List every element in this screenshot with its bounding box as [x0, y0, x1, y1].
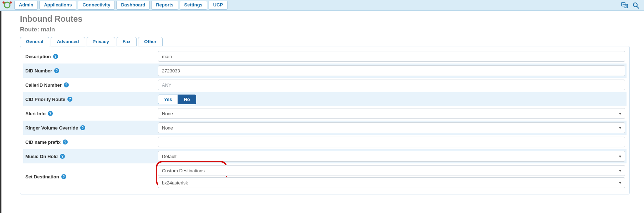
page-title: Inbound Routes — [20, 14, 644, 24]
label-did-number: DID Number ? — [23, 64, 158, 78]
language-icon[interactable]: A文 — [621, 2, 628, 9]
row-did-number: DID Number ? — [23, 64, 627, 78]
help-icon[interactable]: ? — [48, 111, 53, 116]
nav-applications[interactable]: Applications — [39, 1, 76, 10]
tab-general[interactable]: General — [20, 37, 49, 46]
label-cid-priority: CID Priority Route ? — [23, 92, 158, 106]
nav-right: A文 — [621, 2, 642, 9]
help-icon[interactable]: ? — [63, 140, 68, 144]
callerid-input[interactable] — [158, 80, 625, 90]
cid-priority-yes[interactable]: Yes — [158, 95, 178, 104]
nav-reports[interactable]: Reports — [151, 1, 178, 10]
row-description: Description ? — [23, 49, 627, 64]
alert-info-value: None — [162, 111, 173, 116]
label-cid-priority-text: CID Priority Route — [25, 97, 65, 102]
ringer-volume-select[interactable]: None ▼ — [158, 122, 625, 133]
chevron-down-icon: ▼ — [618, 181, 622, 185]
cid-prefix-input[interactable] — [158, 137, 625, 147]
help-icon[interactable]: ? — [64, 82, 69, 87]
chevron-down-icon: ▼ — [618, 154, 622, 158]
chevron-down-icon: ▼ — [618, 112, 622, 116]
help-icon[interactable]: ? — [60, 154, 65, 159]
label-ringer-volume: Ringer Volume Override ? — [23, 121, 158, 135]
ringer-volume-value: None — [162, 125, 173, 131]
destination-target-select[interactable]: bx24asterisk ▼ — [158, 177, 625, 188]
top-navbar: Admin Applications Connectivity Dashboar… — [0, 0, 644, 11]
row-cid-prefix: CID name prefix ? — [23, 135, 627, 149]
nav-left: Admin Applications Connectivity Dashboar… — [1, 1, 228, 10]
label-callerid: CallerID Number ? — [23, 78, 158, 92]
chevron-down-icon: ▼ — [618, 126, 622, 130]
svg-point-0 — [4, 2, 10, 8]
label-destination: Set Destination ? — [23, 163, 158, 190]
alert-info-select[interactable]: None ▼ — [158, 108, 625, 119]
row-destination: Set Destination ? Custom Destinations ▼ … — [23, 163, 627, 190]
label-description: Description ? — [23, 49, 158, 64]
nav-connectivity[interactable]: Connectivity — [78, 1, 115, 10]
help-icon[interactable]: ? — [67, 97, 72, 102]
help-icon[interactable]: ? — [61, 174, 66, 179]
svg-text:A: A — [622, 3, 624, 6]
cid-priority-no[interactable]: No — [178, 95, 196, 104]
nav-admin[interactable]: Admin — [14, 1, 38, 10]
svg-point-1 — [2, 1, 5, 4]
nav-ucp[interactable]: UCP — [209, 1, 228, 10]
row-callerid: CallerID Number ? — [23, 78, 627, 92]
destination-category-value: Custom Destinations — [162, 168, 205, 173]
tab-advanced[interactable]: Advanced — [51, 37, 85, 46]
app-logo-icon — [1, 1, 13, 9]
tab-other[interactable]: Other — [138, 37, 163, 46]
help-icon[interactable]: ? — [54, 68, 59, 73]
label-description-text: Description — [25, 54, 51, 59]
label-ringer-volume-text: Ringer Volume Override — [25, 125, 78, 131]
label-moh: Music On Hold ? — [23, 149, 158, 163]
chevron-down-icon: ▼ — [618, 169, 622, 173]
svg-text:文: 文 — [625, 5, 628, 7]
tab-privacy[interactable]: Privacy — [87, 37, 115, 46]
row-cid-priority: CID Priority Route ? Yes No — [23, 92, 627, 106]
row-alert-info: Alert Info ? None ▼ — [23, 106, 627, 121]
moh-value: Default — [162, 154, 177, 159]
label-cid-prefix: CID name prefix ? — [23, 135, 158, 149]
svg-point-2 — [10, 1, 12, 4]
moh-select[interactable]: Default ▼ — [158, 151, 625, 162]
label-cid-prefix-text: CID name prefix — [25, 140, 61, 145]
help-icon[interactable]: ? — [53, 54, 58, 59]
description-input[interactable] — [158, 51, 625, 62]
did-number-input[interactable] — [158, 65, 625, 76]
destination-target-value: bx24asterisk — [162, 180, 188, 186]
svg-line-8 — [637, 6, 639, 8]
search-icon[interactable] — [633, 2, 639, 9]
nav-dashboard[interactable]: Dashboard — [116, 1, 150, 10]
row-moh: Music On Hold ? Default ▼ — [23, 149, 627, 163]
label-callerid-text: CallerID Number — [25, 82, 62, 88]
page-body: Inbound Routes Route: main General Advan… — [0, 11, 644, 194]
tab-strip: General Advanced Privacy Fax Other — [20, 37, 644, 46]
destination-category-select[interactable]: Custom Destinations ▼ — [158, 165, 625, 176]
row-ringer-volume: Ringer Volume Override ? None ▼ — [23, 121, 627, 135]
form-panel: Description ? DID Number ? CallerID Numb… — [20, 46, 630, 194]
nav-settings[interactable]: Settings — [180, 1, 207, 10]
label-alert-info-text: Alert Info — [25, 111, 46, 116]
help-icon[interactable]: ? — [80, 125, 85, 130]
cid-priority-toggle: Yes No — [158, 95, 625, 104]
tab-fax[interactable]: Fax — [117, 37, 137, 46]
label-moh-text: Music On Hold — [25, 154, 58, 159]
page-subtitle: Route: main — [20, 26, 644, 33]
label-alert-info: Alert Info ? — [23, 106, 158, 121]
label-destination-text: Set Destination — [25, 174, 59, 179]
label-did-number-text: DID Number — [25, 68, 52, 73]
